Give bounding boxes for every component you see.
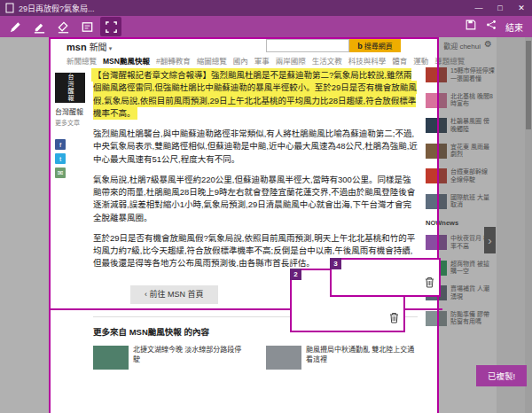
delete-clip-icon[interactable] <box>425 276 434 292</box>
window-title: 29日再放假?氣象局... <box>19 3 464 14</box>
page-icon <box>5 3 14 13</box>
copied-toast: 已複製! <box>476 365 527 386</box>
delete-clip-icon[interactable] <box>389 311 399 327</box>
save-icon[interactable] <box>465 19 477 35</box>
news-title: 台鐵東部幹線 全線停駛 <box>450 168 495 184</box>
typed-note-tool-button[interactable] <box>76 17 98 36</box>
eraser-tool-button[interactable] <box>52 17 74 36</box>
scrollbar[interactable] <box>525 37 532 413</box>
title-bar: 29日再放假?氣象局... — □ ✕ <box>0 0 532 16</box>
settings-gear-icon[interactable]: ⚙ <box>484 39 492 49</box>
close-button[interactable]: ✕ <box>511 0 532 16</box>
news-title: 超商物資 被搶購一空 <box>450 261 495 277</box>
clip-number-badge: 3 <box>330 258 341 269</box>
clip-number-badge: 2 <box>290 269 301 280</box>
clip-region-3[interactable]: 3 <box>330 258 441 297</box>
news-title: 杜鵑暴風圈 傍晚觸陸 <box>450 118 495 134</box>
app-window: 29日再放假?氣象局... — □ ✕ <box>0 0 532 413</box>
pen-tool-button[interactable] <box>4 17 26 36</box>
news-title: 15縣市停班停課 一張圖看懂 <box>450 67 495 83</box>
exit-button[interactable]: 結束 <box>505 20 523 34</box>
minimize-button[interactable]: — <box>468 0 489 16</box>
news-title: 賣場補貨 人潮湧現 <box>450 285 495 301</box>
maximize-button[interactable]: □ <box>489 0 511 16</box>
signin-welcome[interactable]: 歡迎 chehui <box>443 41 481 51</box>
news-title: 宜花東 風雨最劇烈 <box>450 144 495 160</box>
highlighter-tool-button[interactable] <box>28 17 50 36</box>
share-icon[interactable] <box>485 19 497 35</box>
carousel-next-button[interactable]: › <box>484 227 496 253</box>
browser-page: msn新聞▾ b 搜尋網頁 歡迎 chehui ⚙ 新聞總覽 MSN颱風快報 #… <box>0 37 532 413</box>
toolbar-right: 結束 <box>465 19 532 35</box>
news-title: 防颱準備 膠帶貼窗有用嗎 <box>450 311 495 327</box>
clip-tool-button[interactable] <box>100 17 121 36</box>
scrollbar-thumb[interactable] <box>526 41 531 129</box>
news-title: 國際航班 大量取消 <box>450 194 495 210</box>
news-title: 北北基桃 晚間8時宣布 <box>450 93 495 109</box>
nav-item[interactable]: 專題總覽 <box>434 55 465 66</box>
clip-selection-main[interactable] <box>49 37 439 413</box>
window-controls: — □ ✕ <box>468 0 532 16</box>
webnote-toolbar: 結束 <box>0 16 532 37</box>
